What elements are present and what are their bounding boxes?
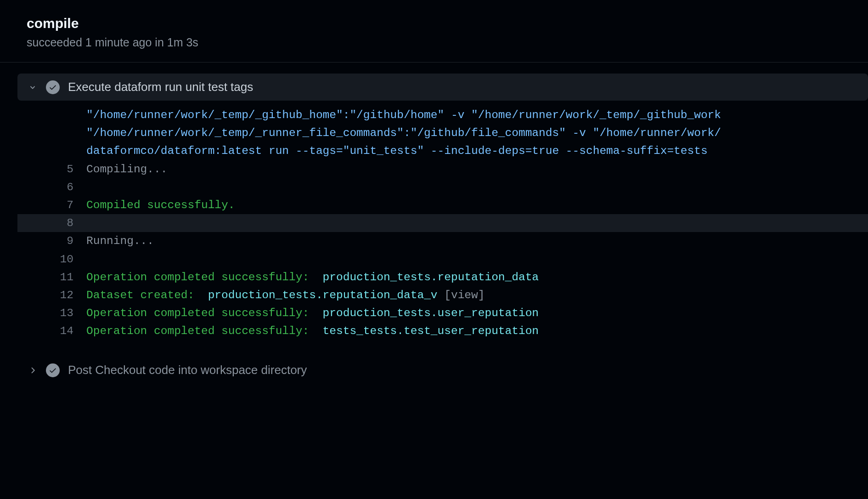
- line-number: 11: [17, 268, 86, 286]
- step-title: Post Checkout code into workspace direct…: [68, 363, 307, 377]
- step-title: Execute dataform run unit test tags: [68, 80, 253, 94]
- log-segment: Operation completed successfully:: [86, 325, 316, 337]
- log-line[interactable]: 12Dataset created: production_tests.repu…: [17, 286, 868, 304]
- log-output: "/home/runner/work/_temp/_github_home":"…: [17, 106, 868, 340]
- line-number: [17, 142, 86, 160]
- line-content: Compiled successfully.: [86, 196, 868, 214]
- log-line[interactable]: 7Compiled successfully.: [17, 196, 868, 214]
- log-segment: Operation completed successfully:: [86, 271, 316, 284]
- log-segment: tests_tests.test_user_reputation: [316, 325, 539, 337]
- log-segment: "/home/runner/work/_temp/_runner_file_co…: [86, 127, 721, 139]
- line-content: Operation completed successfully: produc…: [86, 268, 868, 286]
- line-content: Compiling...: [86, 160, 868, 178]
- job-subtitle: succeeded 1 minute ago in 1m 3s: [27, 36, 868, 49]
- line-number: [17, 106, 86, 124]
- line-content: Running...: [86, 232, 868, 250]
- log-line[interactable]: 9Running...: [17, 232, 868, 250]
- check-circle-icon: [46, 80, 60, 94]
- workflow-step: Post Checkout code into workspace direct…: [17, 357, 868, 384]
- line-content: Operation completed successfully: produc…: [86, 304, 868, 322]
- line-number: 13: [17, 304, 86, 322]
- log-segment: [view]: [438, 289, 485, 301]
- line-number: [17, 124, 86, 142]
- log-segment: Compiling...: [86, 163, 167, 176]
- log-segment: Compiled successfully.: [86, 199, 235, 211]
- header-divider: [0, 62, 868, 62]
- log-segment: Running...: [86, 235, 154, 247]
- line-number: 7: [17, 196, 86, 214]
- line-content: Operation completed successfully: tests_…: [86, 322, 868, 340]
- line-content: "/home/runner/work/_temp/_github_home":"…: [86, 106, 868, 124]
- line-content: Dataset created: production_tests.reputa…: [86, 286, 868, 304]
- log-segment: dataformco/dataform:latest run --tags="u…: [86, 145, 708, 157]
- chevron-down-icon: [28, 82, 38, 92]
- step-header[interactable]: Post Checkout code into workspace direct…: [17, 357, 868, 384]
- workflow-step: Execute dataform run unit test tags"/hom…: [17, 74, 868, 340]
- log-line[interactable]: 14Operation completed successfully: test…: [17, 322, 868, 340]
- line-number: 9: [17, 232, 86, 250]
- log-segment: production_tests.reputation_data: [316, 271, 539, 284]
- line-content: [86, 250, 868, 268]
- step-header[interactable]: Execute dataform run unit test tags: [17, 74, 868, 101]
- line-content: dataformco/dataform:latest run --tags="u…: [86, 142, 868, 160]
- log-line[interactable]: "/home/runner/work/_temp/_github_home":"…: [17, 106, 868, 124]
- line-number: 5: [17, 160, 86, 178]
- chevron-right-icon: [28, 365, 38, 375]
- job-header: compile succeeded 1 minute ago in 1m 3s: [0, 0, 868, 62]
- line-number: 12: [17, 286, 86, 304]
- log-segment: Dataset created:: [86, 289, 201, 301]
- line-content: [86, 178, 868, 196]
- log-segment: production_tests.user_reputation: [316, 307, 539, 319]
- job-title: compile: [27, 16, 868, 31]
- line-number: 10: [17, 250, 86, 268]
- line-number: 8: [17, 214, 86, 232]
- log-line[interactable]: 11Operation completed successfully: prod…: [17, 268, 868, 286]
- line-number: 14: [17, 322, 86, 340]
- log-segment: Operation completed successfully:: [86, 307, 316, 319]
- line-number: 6: [17, 178, 86, 196]
- log-segment: "/home/runner/work/_temp/_github_home":"…: [86, 109, 721, 121]
- line-content: [86, 214, 868, 232]
- log-line[interactable]: 8: [17, 214, 868, 232]
- log-line[interactable]: dataformco/dataform:latest run --tags="u…: [17, 142, 868, 160]
- line-content: "/home/runner/work/_temp/_runner_file_co…: [86, 124, 868, 142]
- log-line[interactable]: 13Operation completed successfully: prod…: [17, 304, 868, 322]
- log-line[interactable]: "/home/runner/work/_temp/_runner_file_co…: [17, 124, 868, 142]
- log-line[interactable]: 10: [17, 250, 868, 268]
- check-circle-icon: [46, 363, 60, 377]
- log-line[interactable]: 5Compiling...: [17, 160, 868, 178]
- log-segment: production_tests.reputation_data_v: [201, 289, 438, 301]
- log-line[interactable]: 6: [17, 178, 868, 196]
